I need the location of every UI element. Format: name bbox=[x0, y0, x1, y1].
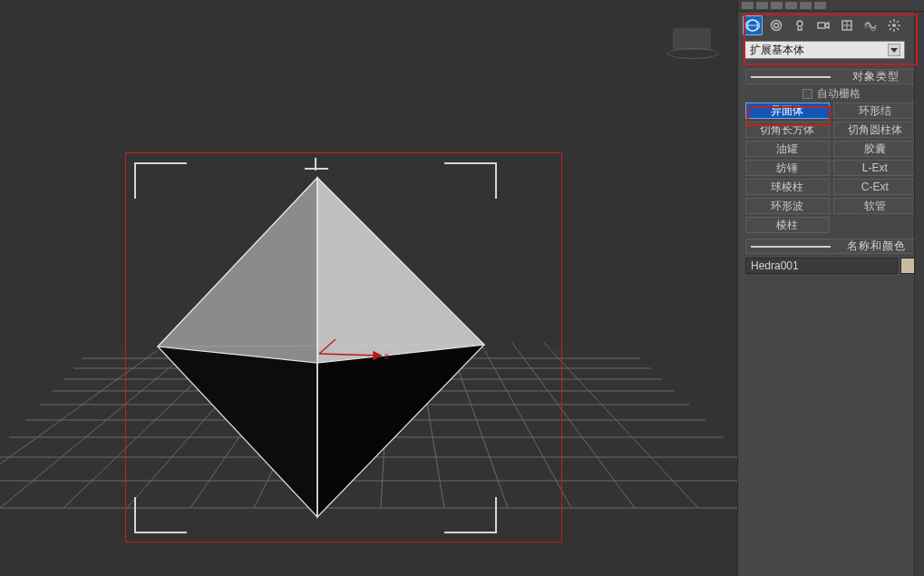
scene-geometry: x bbox=[0, 0, 737, 576]
viewport-3d[interactable]: x bbox=[0, 0, 737, 576]
svg-point-36 bbox=[772, 21, 782, 31]
svg-line-48 bbox=[890, 21, 891, 23]
primitive-button[interactable]: 球棱柱 bbox=[745, 179, 830, 195]
primitive-button[interactable]: 油罐 bbox=[745, 141, 830, 157]
autogrid-checkbox[interactable] bbox=[802, 89, 812, 99]
svg-line-20 bbox=[481, 343, 571, 508]
autogrid-label: 自动栅格 bbox=[817, 86, 861, 102]
autogrid-row[interactable]: 自动栅格 bbox=[745, 84, 917, 103]
systems-icon[interactable] bbox=[884, 15, 904, 35]
primitive-button[interactable]: 胶囊 bbox=[833, 141, 918, 157]
safeframe-top-tick bbox=[305, 168, 328, 170]
svg-line-23 bbox=[0, 343, 168, 503]
cameras-icon[interactable] bbox=[813, 15, 833, 35]
panel-category-tabs[interactable] bbox=[738, 0, 924, 12]
command-panel: 扩展基本体 对象类型 自动栅格 异面体环形结切角长方体切角圆柱体油罐胶囊纺锤L-… bbox=[737, 0, 924, 576]
svg-line-51 bbox=[890, 28, 891, 30]
lights-icon[interactable] bbox=[790, 15, 810, 35]
primitive-button[interactable]: C-Ext bbox=[833, 179, 918, 195]
primitive-button[interactable]: 环形结 bbox=[833, 103, 918, 119]
object-name-field[interactable] bbox=[745, 258, 898, 274]
shapes-icon[interactable] bbox=[766, 15, 786, 35]
chevron-down-icon bbox=[888, 44, 900, 56]
svg-point-43 bbox=[892, 24, 896, 27]
gizmo-x-label: x bbox=[384, 351, 389, 361]
spacewarps-icon[interactable] bbox=[861, 15, 880, 35]
primitive-category-dropdown[interactable]: 扩展基本体 bbox=[744, 41, 905, 59]
svg-line-50 bbox=[897, 21, 899, 23]
primitive-button[interactable]: 切角圆柱体 bbox=[833, 122, 918, 138]
primitive-button[interactable]: 纺锤 bbox=[745, 160, 830, 176]
svg-rect-39 bbox=[818, 23, 825, 28]
primitive-button[interactable]: 切角长方体 bbox=[745, 122, 830, 138]
primitive-button-grid: 异面体环形结切角长方体切角圆柱体油罐胶囊纺锤L-Ext球棱柱C-Ext环形波软管… bbox=[745, 103, 917, 233]
svg-line-21 bbox=[512, 343, 635, 508]
primitive-button[interactable]: 异面体 bbox=[745, 103, 830, 119]
create-subcategory-row bbox=[738, 12, 924, 38]
rollout-name-color[interactable]: 名称和颜色 bbox=[745, 239, 917, 254]
svg-line-22 bbox=[544, 343, 698, 508]
svg-marker-52 bbox=[890, 48, 898, 53]
svg-marker-28 bbox=[158, 178, 317, 363]
rollout-object-type[interactable]: 对象类型 bbox=[745, 69, 917, 84]
svg-line-49 bbox=[897, 28, 899, 30]
panel-scroll-gutter[interactable] bbox=[914, 12, 924, 576]
primitive-button[interactable]: 软管 bbox=[833, 198, 918, 214]
dropdown-label: 扩展基本体 bbox=[750, 43, 804, 58]
primitive-button[interactable]: 环形波 bbox=[745, 198, 830, 214]
svg-marker-29 bbox=[317, 178, 484, 363]
primitive-button[interactable]: 棱柱 bbox=[745, 217, 830, 233]
geometry-icon[interactable] bbox=[743, 15, 763, 35]
svg-line-11 bbox=[0, 343, 199, 508]
svg-point-38 bbox=[797, 21, 802, 26]
primitive-button[interactable]: L-Ext bbox=[833, 160, 918, 176]
svg-point-37 bbox=[774, 24, 779, 28]
helpers-icon[interactable] bbox=[837, 15, 857, 35]
